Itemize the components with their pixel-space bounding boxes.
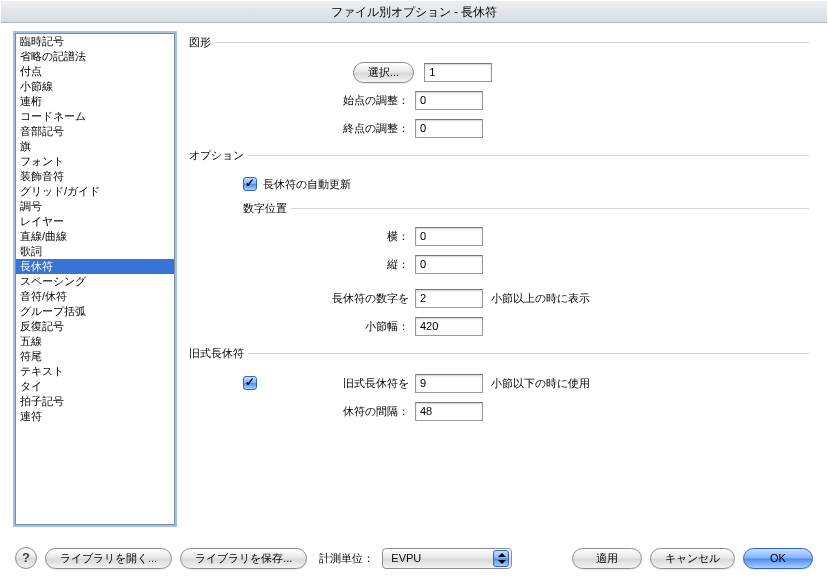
sidebar-item[interactable]: 旗 (16, 139, 174, 154)
threshold-input[interactable] (415, 289, 483, 308)
unit-popup[interactable]: EVPU (382, 548, 512, 569)
cancel-button[interactable]: キャンセル (650, 548, 735, 569)
section-shape: 図形 選択... 始点の調整： 終点の調整： (189, 35, 809, 140)
threshold-label: 長休符の数字を (189, 291, 415, 306)
sidebar-item[interactable]: グリッド/ガイド (16, 184, 174, 199)
sidebar-item[interactable]: グループ括弧 (16, 304, 174, 319)
unit-label: 計測単位： (319, 551, 374, 566)
use-old-checkbox[interactable] (243, 376, 257, 390)
section-old-style: 旧式長休符 旧式長休符を 小節以下の時に使用 休符の間隔： (189, 346, 809, 423)
sidebar-item[interactable]: フォント (16, 154, 174, 169)
sidebar-item[interactable]: 小節線 (16, 79, 174, 94)
numpos-title: 数字位置 (243, 201, 291, 216)
sidebar-item[interactable]: 反復記号 (16, 319, 174, 334)
measure-width-input[interactable] (415, 317, 483, 336)
divider (248, 353, 809, 354)
save-library-button[interactable]: ライブラリを保存... (180, 548, 307, 569)
sidebar-item[interactable]: 連桁 (16, 94, 174, 109)
auto-update-checkbox[interactable] (243, 177, 257, 191)
main-panel: 図形 選択... 始点の調整： 終点の調整： (185, 33, 813, 538)
sidebar-item[interactable]: 符尾 (16, 349, 174, 364)
sidebar-item[interactable]: 臨時記号 (16, 34, 174, 49)
select-shape-button[interactable]: 選択... (353, 62, 414, 83)
sidebar-item[interactable]: 音部記号 (16, 124, 174, 139)
help-button[interactable]: ? (15, 547, 37, 569)
numpos-h-input[interactable] (415, 227, 483, 246)
sidebar-item[interactable]: 付点 (16, 64, 174, 79)
use-old-input[interactable] (415, 374, 483, 393)
numpos-h-label: 横： (243, 229, 415, 244)
rest-spacing-input[interactable] (415, 402, 483, 421)
ok-button[interactable]: OK (743, 548, 813, 569)
sidebar-item[interactable]: 長休符 (16, 259, 174, 274)
section-shape-title: 図形 (189, 35, 215, 50)
rest-spacing-label: 休符の間隔： (189, 404, 415, 419)
sidebar-item[interactable]: 調号 (16, 199, 174, 214)
category-list[interactable]: 臨時記号省略の記譜法付点小節線連桁コードネーム音部記号旗フォント装飾音符グリッド… (15, 33, 175, 525)
footer-bar: ? ライブラリを開く... ライブラリを保存... 計測単位： EVPU 適用 … (1, 538, 827, 578)
sidebar-item[interactable]: 歌詞 (16, 244, 174, 259)
sidebar-item[interactable]: 装飾音符 (16, 169, 174, 184)
sidebar-item[interactable]: レイヤー (16, 214, 174, 229)
shape-id-input[interactable] (424, 63, 492, 82)
divider (248, 155, 809, 156)
start-adjust-label: 始点の調整： (189, 93, 415, 108)
divider (215, 42, 809, 43)
divider (291, 208, 809, 209)
threshold-suffix: 小節以上の時に表示 (483, 291, 590, 306)
window-title: ファイル別オプション - 長休符 (1, 1, 827, 23)
sidebar-item[interactable]: タイ (16, 379, 174, 394)
content-area: 臨時記号省略の記譜法付点小節線連桁コードネーム音部記号旗フォント装飾音符グリッド… (1, 23, 827, 538)
subsection-number-position: 数字位置 横： 縦： (243, 201, 809, 276)
sidebar-item[interactable]: テキスト (16, 364, 174, 379)
end-adjust-label: 終点の調整： (189, 121, 415, 136)
sidebar-item[interactable]: コードネーム (16, 109, 174, 124)
open-library-button[interactable]: ライブラリを開く... (45, 548, 172, 569)
sidebar-item[interactable]: 音符/休符 (16, 289, 174, 304)
measure-width-label: 小節幅： (189, 319, 415, 334)
section-options-title: オプション (189, 148, 248, 163)
options-window: ファイル別オプション - 長休符 臨時記号省略の記譜法付点小節線連桁コードネーム… (0, 0, 828, 579)
updown-arrows-icon (493, 550, 509, 567)
end-adjust-input[interactable] (415, 119, 483, 138)
section-options: オプション 長休符の自動更新 数字位置 横： (189, 148, 809, 338)
start-adjust-input[interactable] (415, 91, 483, 110)
unit-value: EVPU (391, 552, 487, 564)
auto-update-label: 長休符の自動更新 (263, 177, 351, 192)
sidebar-item[interactable]: 連符 (16, 409, 174, 424)
use-old-suffix: 小節以下の時に使用 (483, 376, 590, 391)
sidebar-item[interactable]: 拍子記号 (16, 394, 174, 409)
sidebar-item[interactable]: 五線 (16, 334, 174, 349)
apply-button[interactable]: 適用 (572, 548, 642, 569)
numpos-v-label: 縦： (243, 257, 415, 272)
sidebar-item[interactable]: スペーシング (16, 274, 174, 289)
sidebar-item[interactable]: 直線/曲線 (16, 229, 174, 244)
section-old-title: 旧式長休符 (189, 346, 248, 361)
sidebar-item[interactable]: 省略の記譜法 (16, 49, 174, 64)
use-old-label: 旧式長休符を (263, 376, 415, 391)
numpos-v-input[interactable] (415, 255, 483, 274)
